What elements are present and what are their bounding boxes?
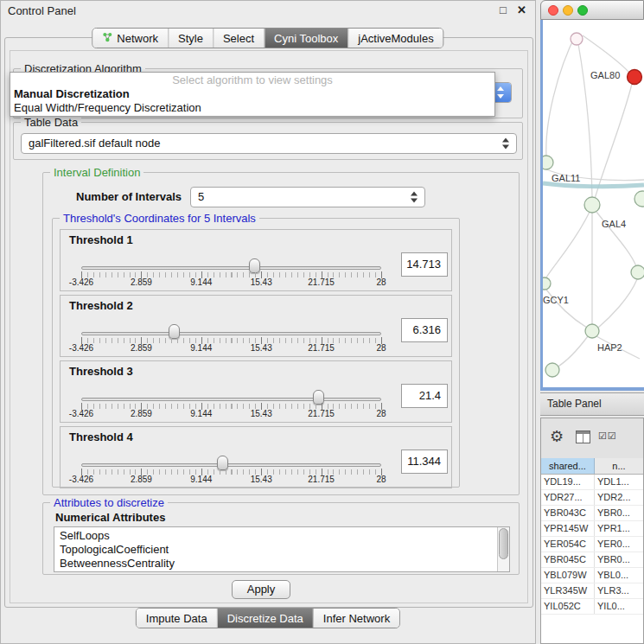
vertical-scrollbar[interactable] xyxy=(497,527,509,571)
threshold-slider[interactable]: -3.4262.8599.14415.4321.71528 xyxy=(61,450,406,488)
slider-track[interactable] xyxy=(81,463,381,467)
highlighted-edge[interactable] xyxy=(543,183,644,187)
table-row[interactable]: YER054CYER0... xyxy=(541,537,643,552)
network-node[interactable] xyxy=(631,265,644,279)
table-row[interactable]: YIL052CYIL0... xyxy=(541,599,643,615)
attributes-group: Attributes to discretize Numerical Attri… xyxy=(42,502,520,575)
dropdown-option-equal-width[interactable]: Equal Width/Frequency Discretization xyxy=(10,101,494,115)
slider-scale-label: 2.859 xyxy=(131,277,152,287)
table-row[interactable]: YPR145WYPR1... xyxy=(541,521,643,537)
node-label: GCY1 xyxy=(543,295,569,305)
list-item[interactable]: BetweennessCentrality xyxy=(54,557,509,571)
top-tab-strip: Network Style Select Cyni Toolbox jActiv… xyxy=(92,28,443,48)
table-row[interactable]: YBR043CYBR0... xyxy=(541,506,643,521)
close-traffic-light[interactable] xyxy=(548,5,558,16)
table-toolbar: ⚙ ☑☑ xyxy=(541,418,643,458)
column-header-shared-name[interactable]: shared... xyxy=(541,458,595,474)
threshold-slider[interactable]: -3.4262.8599.14415.4321.71528 xyxy=(61,252,406,290)
slider-scale-label: 9.144 xyxy=(190,475,212,484)
algorithm-dropdown-popup: Select algorithm to view settings Manual… xyxy=(10,72,495,117)
numerical-attributes-label: Numerical Attributes xyxy=(55,511,165,524)
slider-thumb[interactable] xyxy=(169,324,180,339)
node-label: HAP2 xyxy=(597,342,622,353)
slider-ticks xyxy=(81,338,382,343)
table-row[interactable]: YDL19...YDL1... xyxy=(541,475,643,490)
scrollbar-thumb[interactable] xyxy=(499,528,508,559)
float-window-icon[interactable]: □ xyxy=(500,3,507,16)
node-label: GAL4 xyxy=(602,219,626,229)
network-canvas[interactable]: GAL80 GAL11 GAL4 GCY1 HAP2 xyxy=(540,20,644,391)
threshold-value-field[interactable]: 21.4 xyxy=(401,384,448,408)
list-item[interactable]: TopologicalCoefficient xyxy=(54,543,509,557)
tab-select[interactable]: Select xyxy=(213,29,264,48)
thresholds-group-title: Threshold's Coordinates for 5 Intervals xyxy=(60,212,259,225)
table-panel-header[interactable]: Table Panel xyxy=(540,392,644,416)
table-panel-window: ⚙ ☑☑ shared... n... YDL19...YDL1... YDR2… xyxy=(540,418,644,644)
slider-scale-label: 9.144 xyxy=(190,409,212,418)
table-row[interactable]: YBL079WYBL0... xyxy=(541,568,643,583)
network-node[interactable] xyxy=(545,363,559,377)
tab-infer-network[interactable]: Infer Network xyxy=(313,609,399,628)
columns-icon[interactable] xyxy=(576,430,590,443)
slider-scale-label: 2.859 xyxy=(131,343,152,353)
threshold-value-field[interactable]: 14.713 xyxy=(401,252,448,277)
slider-ticks xyxy=(81,404,382,409)
column-header-name[interactable]: n... xyxy=(595,458,643,474)
threshold-panel: Threshold 4 -3.4262.8599.14415.4321.7152… xyxy=(60,426,452,488)
tab-impute-data[interactable]: Impute Data xyxy=(137,609,217,628)
tab-discretize-data[interactable]: Discretize Data xyxy=(217,609,313,628)
slider-scale-label: 21.715 xyxy=(308,277,335,287)
slider-thumb[interactable] xyxy=(217,456,228,470)
network-node[interactable] xyxy=(571,33,583,45)
table-row[interactable]: YDR27...YDR2... xyxy=(541,490,643,506)
slider-track[interactable] xyxy=(81,398,381,401)
gear-icon[interactable]: ⚙ xyxy=(550,427,564,446)
tab-cyni-toolbox[interactable]: Cyni Toolbox xyxy=(264,29,348,48)
network-node[interactable] xyxy=(634,191,644,207)
select-columns-icon[interactable]: ☑☑ xyxy=(598,430,617,442)
table-row[interactable]: YLR345WYLR3... xyxy=(541,583,643,599)
slider-thumb[interactable] xyxy=(313,390,324,405)
slider-scale-label: 28 xyxy=(376,343,386,353)
network-node[interactable] xyxy=(543,277,551,290)
threshold-label: Threshold 2 xyxy=(69,299,133,312)
slider-scale-label: -3.426 xyxy=(69,409,93,418)
table-data-value: galFiltered.sif default node xyxy=(29,134,160,153)
threshold-slider[interactable]: -3.4262.8599.14415.4321.71528 xyxy=(61,318,406,356)
table-row[interactable]: YBR045CYBR0... xyxy=(541,552,643,568)
window-title: Control Panel xyxy=(8,4,76,17)
slider-track[interactable] xyxy=(81,332,381,335)
list-item[interactable]: SelfLoops xyxy=(54,529,509,543)
zoom-traffic-light[interactable] xyxy=(577,5,588,16)
slider-track[interactable] xyxy=(81,266,381,270)
attributes-list[interactable]: SelfLoops TopologicalCoefficient Between… xyxy=(54,526,510,572)
slider-thumb[interactable] xyxy=(249,258,260,273)
thresholds-group: Threshold's Coordinates for 5 Intervals … xyxy=(52,218,460,488)
network-node[interactable] xyxy=(543,156,553,169)
threshold-slider[interactable]: -3.4262.8599.14415.4321.71528 xyxy=(61,384,406,422)
network-window-titlebar[interactable] xyxy=(540,0,644,20)
threshold-value-field[interactable]: 11.344 xyxy=(401,450,448,474)
selected-network-node[interactable] xyxy=(628,70,642,85)
apply-button[interactable]: Apply xyxy=(232,580,290,599)
table-data-group-title: Table Data xyxy=(21,116,81,129)
tab-style[interactable]: Style xyxy=(168,29,213,48)
threshold-value-field[interactable]: 6.316 xyxy=(401,318,448,342)
num-intervals-combobox[interactable]: 5 xyxy=(190,187,425,207)
minimize-traffic-light[interactable] xyxy=(563,5,573,16)
slider-scale-label: 21.715 xyxy=(308,343,335,353)
tab-network[interactable]: Network xyxy=(92,29,168,48)
slider-scale-label: 9.144 xyxy=(190,277,212,287)
attributes-group-title: Attributes to discretize xyxy=(50,496,168,509)
dropdown-option-manual[interactable]: Manual Discretization xyxy=(10,87,494,101)
tab-jactivemodules[interactable]: jActiveModules xyxy=(348,29,443,48)
chevron-updown-icon xyxy=(411,192,418,203)
bottom-tab-strip: Impute Data Discretize Data Infer Networ… xyxy=(136,608,400,628)
table-header-row: shared... n... xyxy=(541,458,643,475)
node-label: GAL80 xyxy=(590,70,620,80)
network-node[interactable] xyxy=(585,324,599,338)
network-node[interactable] xyxy=(584,197,600,213)
close-icon[interactable]: ✕ xyxy=(517,3,526,16)
table-data-combobox[interactable]: galFiltered.sif default node xyxy=(21,133,517,154)
slider-scale-label: 21.715 xyxy=(308,475,335,484)
